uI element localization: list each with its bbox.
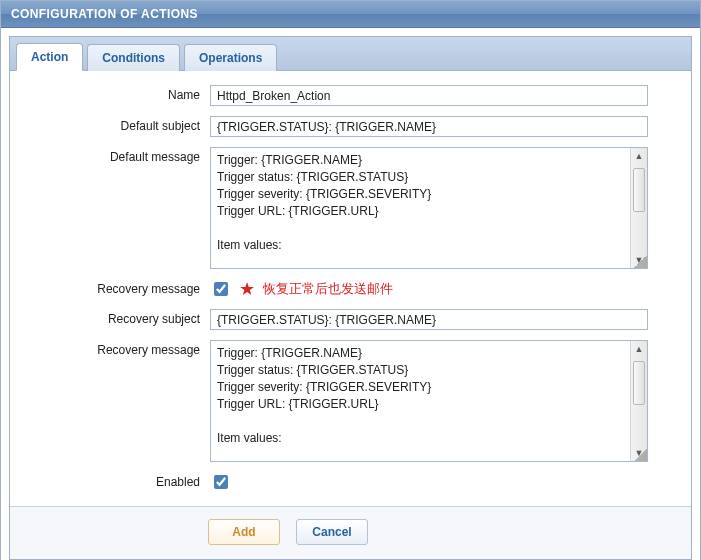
footer: Add Cancel [10, 506, 691, 559]
tab-conditions[interactable]: Conditions [87, 44, 180, 71]
tab-action[interactable]: Action [16, 43, 83, 71]
default-subject-input[interactable] [210, 116, 648, 137]
scroll-thumb[interactable] [633, 168, 645, 212]
label-recovery-message: Recovery message [22, 340, 210, 357]
row-name: Name [22, 85, 679, 106]
label-recovery-subject: Recovery subject [22, 309, 210, 326]
add-button[interactable]: Add [208, 519, 280, 545]
scroll-up-icon[interactable]: ▲ [631, 341, 647, 357]
resize-grip-icon[interactable] [633, 449, 647, 461]
recovery-note: 恢复正常后也发送邮件 [263, 280, 393, 298]
default-message-content: Trigger: {TRIGGER.NAME} Trigger status: … [211, 148, 630, 268]
row-recovery-message: Recovery message Trigger: {TRIGGER.NAME}… [22, 340, 679, 462]
button-label: Cancel [312, 525, 351, 539]
enabled-checkbox[interactable] [214, 475, 228, 489]
star-icon: ★ [239, 280, 255, 298]
label-default-message: Default message [22, 147, 210, 164]
panel-body: Action Conditions Operations Name [1, 28, 700, 560]
label-default-subject: Default subject [22, 116, 210, 133]
label-name: Name [22, 85, 210, 102]
row-default-message: Default message Trigger: {TRIGGER.NAME} … [22, 147, 679, 269]
inner-panel: Action Conditions Operations Name [9, 36, 692, 560]
default-message-textarea[interactable]: Trigger: {TRIGGER.NAME} Trigger status: … [210, 147, 648, 269]
row-recovery-checkbox: Recovery message ★ 恢复正常后也发送邮件 [22, 279, 679, 299]
row-default-subject: Default subject [22, 116, 679, 137]
tab-label: Operations [199, 51, 262, 65]
tab-operations[interactable]: Operations [184, 44, 277, 71]
button-label: Add [232, 525, 255, 539]
row-enabled: Enabled [22, 472, 679, 492]
tab-label: Conditions [102, 51, 165, 65]
resize-grip-icon[interactable] [633, 256, 647, 268]
scroll-thumb[interactable] [633, 361, 645, 405]
recovery-subject-input[interactable] [210, 309, 648, 330]
config-actions-panel: CONFIGURATION OF ACTIONS Action Conditio… [0, 0, 701, 560]
scroll-up-icon[interactable]: ▲ [631, 148, 647, 164]
scrollbar[interactable]: ▲ ▼ [630, 341, 647, 461]
cancel-button[interactable]: Cancel [296, 519, 368, 545]
recovery-message-textarea[interactable]: Trigger: {TRIGGER.NAME} Trigger status: … [210, 340, 648, 462]
label-enabled: Enabled [22, 472, 210, 489]
recovery-message-checkbox[interactable] [214, 282, 228, 296]
recovery-message-content: Trigger: {TRIGGER.NAME} Trigger status: … [211, 341, 630, 461]
tab-label: Action [31, 50, 68, 64]
label-recovery-checkbox: Recovery message [22, 279, 210, 296]
form-area: Name Default subject Default message [10, 71, 691, 506]
panel-title: CONFIGURATION OF ACTIONS [1, 1, 700, 28]
tabs-bar: Action Conditions Operations [10, 37, 691, 71]
scrollbar[interactable]: ▲ ▼ [630, 148, 647, 268]
name-input[interactable] [210, 85, 648, 106]
row-recovery-subject: Recovery subject [22, 309, 679, 330]
